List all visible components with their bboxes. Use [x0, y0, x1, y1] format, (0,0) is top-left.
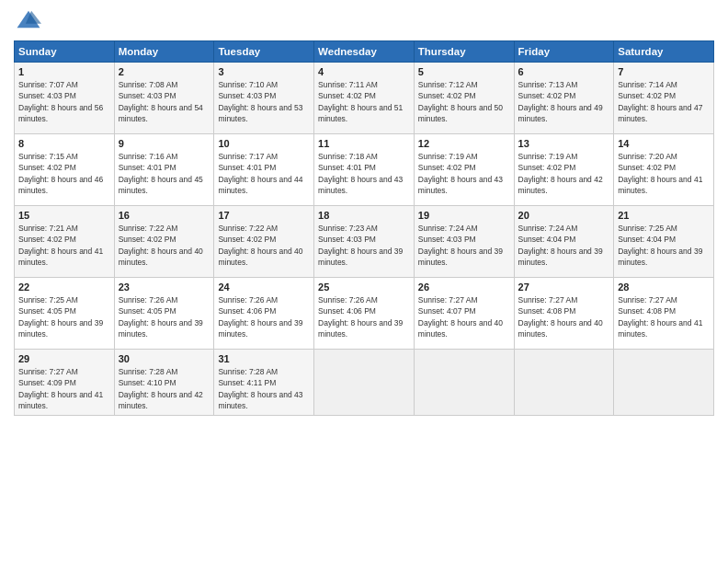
calendar-week-row: 8Sunrise: 7:15 AMSunset: 4:02 PMDaylight… [15, 134, 714, 206]
calendar-cell: 13Sunrise: 7:19 AMSunset: 4:02 PMDayligh… [514, 134, 614, 206]
calendar-cell [314, 350, 415, 416]
calendar-cell: 27Sunrise: 7:27 AMSunset: 4:08 PMDayligh… [514, 278, 614, 350]
day-number: 8 [18, 138, 110, 149]
calendar-cell: 17Sunrise: 7:22 AMSunset: 4:02 PMDayligh… [214, 206, 314, 278]
day-number: 14 [618, 138, 710, 149]
calendar-cell [414, 350, 514, 416]
day-number: 12 [418, 138, 510, 149]
calendar-week-row: 22Sunrise: 7:25 AMSunset: 4:05 PMDayligh… [15, 278, 714, 350]
logo-icon [16, 9, 41, 29]
calendar-cell: 4Sunrise: 7:11 AMSunset: 4:02 PMDaylight… [314, 63, 415, 134]
calendar-cell: 24Sunrise: 7:26 AMSunset: 4:06 PMDayligh… [214, 278, 314, 350]
day-number: 17 [218, 210, 310, 221]
day-number: 4 [318, 66, 410, 77]
day-detail: Sunrise: 7:26 AMSunset: 4:06 PMDaylight:… [318, 294, 410, 339]
day-number: 9 [119, 138, 210, 149]
calendar-cell: 16Sunrise: 7:22 AMSunset: 4:02 PMDayligh… [114, 206, 214, 278]
weekday-header: Monday [114, 41, 214, 63]
calendar-cell: 3Sunrise: 7:10 AMSunset: 4:03 PMDaylight… [214, 63, 314, 134]
day-number: 23 [119, 282, 210, 293]
calendar-week-row: 15Sunrise: 7:21 AMSunset: 4:02 PMDayligh… [15, 206, 714, 278]
day-number: 30 [119, 353, 210, 364]
day-number: 3 [218, 66, 310, 77]
day-number: 1 [18, 66, 110, 77]
day-number: 2 [119, 66, 210, 77]
day-detail: Sunrise: 7:24 AMSunset: 4:04 PMDaylight:… [518, 223, 610, 268]
calendar-cell [514, 350, 614, 416]
weekday-header: Saturday [614, 41, 714, 63]
day-detail: Sunrise: 7:19 AMSunset: 4:02 PMDaylight:… [518, 151, 610, 196]
calendar-cell: 18Sunrise: 7:23 AMSunset: 4:03 PMDayligh… [314, 206, 415, 278]
day-detail: Sunrise: 7:18 AMSunset: 4:01 PMDaylight:… [318, 151, 410, 196]
weekday-header: Tuesday [214, 41, 314, 63]
day-detail: Sunrise: 7:25 AMSunset: 4:05 PMDaylight:… [18, 294, 110, 339]
day-detail: Sunrise: 7:25 AMSunset: 4:04 PMDaylight:… [618, 223, 710, 268]
calendar-cell: 28Sunrise: 7:27 AMSunset: 4:08 PMDayligh… [614, 278, 714, 350]
calendar-cell: 25Sunrise: 7:26 AMSunset: 4:06 PMDayligh… [314, 278, 415, 350]
calendar-cell: 1Sunrise: 7:07 AMSunset: 4:03 PMDaylight… [15, 63, 115, 134]
calendar-cell: 26Sunrise: 7:27 AMSunset: 4:07 PMDayligh… [414, 278, 514, 350]
calendar-cell: 5Sunrise: 7:12 AMSunset: 4:02 PMDaylight… [414, 63, 514, 134]
day-number: 11 [318, 138, 410, 149]
calendar-cell: 29Sunrise: 7:27 AMSunset: 4:09 PMDayligh… [15, 350, 115, 416]
calendar-cell: 21Sunrise: 7:25 AMSunset: 4:04 PMDayligh… [614, 206, 714, 278]
day-number: 25 [318, 282, 410, 293]
day-detail: Sunrise: 7:10 AMSunset: 4:03 PMDaylight:… [218, 79, 310, 124]
weekday-header: Friday [514, 41, 614, 63]
day-detail: Sunrise: 7:21 AMSunset: 4:02 PMDaylight:… [18, 223, 110, 268]
day-number: 16 [119, 210, 210, 221]
day-detail: Sunrise: 7:28 AMSunset: 4:11 PMDaylight:… [218, 366, 310, 411]
day-detail: Sunrise: 7:27 AMSunset: 4:08 PMDaylight:… [518, 294, 610, 339]
day-number: 5 [418, 66, 510, 77]
header-row: SundayMondayTuesdayWednesdayThursdayFrid… [15, 41, 714, 63]
day-number: 28 [618, 282, 710, 293]
calendar-cell: 10Sunrise: 7:17 AMSunset: 4:01 PMDayligh… [214, 134, 314, 206]
day-number: 29 [18, 353, 110, 364]
day-detail: Sunrise: 7:27 AMSunset: 4:08 PMDaylight:… [618, 294, 710, 339]
calendar-week-row: 1Sunrise: 7:07 AMSunset: 4:03 PMDaylight… [15, 63, 714, 134]
day-detail: Sunrise: 7:08 AMSunset: 4:03 PMDaylight:… [119, 79, 210, 124]
calendar-cell [614, 350, 714, 416]
calendar-cell: 20Sunrise: 7:24 AMSunset: 4:04 PMDayligh… [514, 206, 614, 278]
day-detail: Sunrise: 7:20 AMSunset: 4:02 PMDaylight:… [618, 151, 710, 196]
day-number: 7 [618, 66, 710, 77]
calendar-cell: 23Sunrise: 7:26 AMSunset: 4:05 PMDayligh… [114, 278, 214, 350]
day-number: 31 [218, 353, 310, 364]
day-number: 18 [318, 210, 410, 221]
day-number: 13 [518, 138, 610, 149]
day-detail: Sunrise: 7:07 AMSunset: 4:03 PMDaylight:… [18, 79, 110, 124]
day-number: 21 [618, 210, 710, 221]
calendar-cell: 30Sunrise: 7:28 AMSunset: 4:10 PMDayligh… [114, 350, 214, 416]
calendar-cell: 11Sunrise: 7:18 AMSunset: 4:01 PMDayligh… [314, 134, 415, 206]
calendar-cell: 9Sunrise: 7:16 AMSunset: 4:01 PMDaylight… [114, 134, 214, 206]
day-detail: Sunrise: 7:26 AMSunset: 4:05 PMDaylight:… [119, 294, 210, 339]
calendar-cell: 14Sunrise: 7:20 AMSunset: 4:02 PMDayligh… [614, 134, 714, 206]
day-detail: Sunrise: 7:22 AMSunset: 4:02 PMDaylight:… [218, 223, 310, 268]
day-detail: Sunrise: 7:23 AMSunset: 4:03 PMDaylight:… [318, 223, 410, 268]
calendar-table: SundayMondayTuesdayWednesdayThursdayFrid… [14, 40, 714, 416]
day-detail: Sunrise: 7:12 AMSunset: 4:02 PMDaylight:… [418, 79, 510, 124]
logo [14, 9, 43, 33]
day-number: 22 [18, 282, 110, 293]
day-number: 24 [218, 282, 310, 293]
calendar-cell: 7Sunrise: 7:14 AMSunset: 4:02 PMDaylight… [614, 63, 714, 134]
day-detail: Sunrise: 7:22 AMSunset: 4:02 PMDaylight:… [119, 223, 210, 268]
header [14, 9, 714, 33]
day-detail: Sunrise: 7:16 AMSunset: 4:01 PMDaylight:… [119, 151, 210, 196]
day-detail: Sunrise: 7:13 AMSunset: 4:02 PMDaylight:… [518, 79, 610, 124]
calendar-week-row: 29Sunrise: 7:27 AMSunset: 4:09 PMDayligh… [15, 350, 714, 416]
calendar-cell: 15Sunrise: 7:21 AMSunset: 4:02 PMDayligh… [15, 206, 115, 278]
day-number: 27 [518, 282, 610, 293]
day-detail: Sunrise: 7:14 AMSunset: 4:02 PMDaylight:… [618, 79, 710, 124]
page: SundayMondayTuesdayWednesdayThursdayFrid… [0, 0, 728, 563]
calendar-cell: 19Sunrise: 7:24 AMSunset: 4:03 PMDayligh… [414, 206, 514, 278]
weekday-header: Thursday [414, 41, 514, 63]
day-detail: Sunrise: 7:11 AMSunset: 4:02 PMDaylight:… [318, 79, 410, 124]
day-detail: Sunrise: 7:15 AMSunset: 4:02 PMDaylight:… [18, 151, 110, 196]
day-number: 19 [418, 210, 510, 221]
day-detail: Sunrise: 7:27 AMSunset: 4:09 PMDaylight:… [18, 366, 110, 411]
day-detail: Sunrise: 7:17 AMSunset: 4:01 PMDaylight:… [218, 151, 310, 196]
day-number: 6 [518, 66, 610, 77]
day-number: 20 [518, 210, 610, 221]
calendar-cell: 2Sunrise: 7:08 AMSunset: 4:03 PMDaylight… [114, 63, 214, 134]
